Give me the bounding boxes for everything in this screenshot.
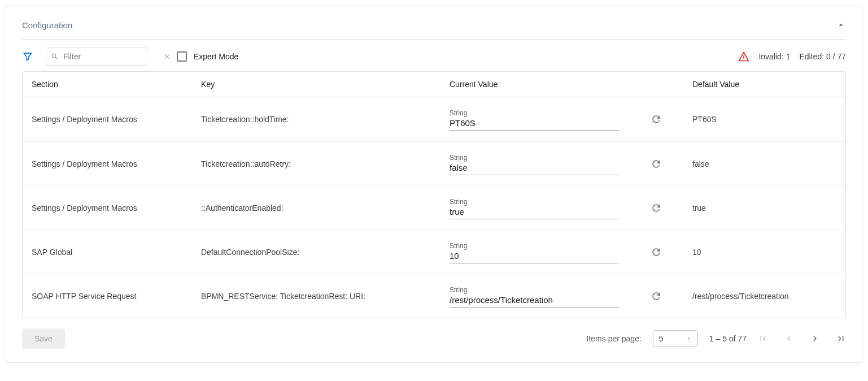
card-header: Configuration — [22, 15, 846, 40]
toolbar: Expert Mode Invalid: 1 Edited: 0 / 77 — [22, 40, 846, 71]
config-table: Section Key Current Value Default Value … — [22, 71, 846, 318]
expert-mode-toggle: Expert Mode — [177, 51, 238, 62]
toolbar-left: Expert Mode — [22, 47, 238, 66]
cell-section: Settings / Deployment Macros — [32, 115, 201, 124]
reset-icon[interactable] — [651, 291, 662, 302]
expert-mode-checkbox[interactable] — [177, 51, 187, 62]
table-row: Settings / Deployment MacrosTicketcreati… — [23, 141, 845, 185]
toolbar-right: Invalid: 1 Edited: 0 / 77 — [738, 51, 846, 62]
cell-section: Settings / Deployment Macros — [32, 204, 201, 213]
value-type-label: String — [450, 154, 619, 162]
col-current: Current Value — [450, 80, 692, 89]
items-per-page-select[interactable]: 5 — [653, 330, 698, 347]
filter-icon[interactable] — [22, 51, 33, 62]
cell-key: Ticketcreation::holdTime: — [201, 115, 450, 124]
cell-default-value: /rest/process/Ticketcreation — [692, 292, 836, 301]
value-type-label: String — [450, 242, 619, 250]
value-field: String — [450, 153, 619, 175]
value-field: String — [450, 285, 619, 308]
table-row: Settings / Deployment Macros::Authentica… — [23, 185, 845, 230]
next-page-icon[interactable] — [810, 334, 820, 344]
table-row: Settings / Deployment MacrosTicketcreati… — [23, 97, 845, 141]
expert-mode-label: Expert Mode — [194, 52, 238, 61]
reset-icon[interactable] — [651, 246, 662, 258]
warning-icon — [738, 51, 749, 62]
edited-count: Edited: 0 / 77 — [799, 52, 846, 61]
table-row: SOAP HTTP Service RequestBPMN_RESTServic… — [23, 274, 845, 318]
nav-icons — [758, 334, 846, 344]
items-per-page-value: 5 — [659, 334, 664, 343]
value-field: String — [450, 241, 619, 263]
configuration-card: Configuration Expert Mode — [6, 6, 862, 363]
last-page-icon[interactable] — [836, 334, 846, 344]
value-field: String — [450, 108, 619, 131]
col-key: Key — [201, 80, 450, 89]
collapse-icon[interactable] — [836, 20, 846, 30]
cell-default-value: false — [692, 159, 836, 168]
cell-default-value: PT60S — [692, 115, 836, 124]
value-type-label: String — [450, 109, 619, 117]
col-default: Default Value — [692, 80, 836, 89]
clear-filter-icon[interactable] — [163, 53, 171, 60]
cell-current-value: String — [450, 285, 692, 308]
value-input[interactable] — [450, 250, 619, 262]
cell-current-value: String — [450, 197, 692, 219]
value-type-label: String — [450, 198, 619, 206]
table-body: Settings / Deployment MacrosTicketcreati… — [23, 97, 845, 318]
cell-section: Settings / Deployment Macros — [32, 159, 201, 168]
cell-key: BPMN_RESTService: TicketcreationRest: UR… — [201, 292, 450, 301]
reset-icon[interactable] — [651, 158, 662, 170]
dropdown-icon — [686, 336, 692, 341]
save-button[interactable]: Save — [22, 328, 65, 349]
cell-key: ::AuthenticatorEnabled: — [201, 204, 450, 213]
first-page-icon[interactable] — [758, 334, 768, 344]
footer: Save Items per page: 5 1 – 5 of 77 — [22, 318, 846, 349]
value-field: String — [450, 197, 619, 219]
cell-default-value: 10 — [692, 248, 836, 257]
value-type-label: String — [450, 286, 619, 294]
reset-icon[interactable] — [651, 202, 662, 214]
table-header: Section Key Current Value Default Value — [23, 72, 845, 97]
value-input[interactable] — [450, 294, 619, 306]
cell-key: Ticketcreation::autoRetry: — [201, 159, 450, 168]
pagination: Items per page: 5 1 – 5 of 77 — [587, 330, 846, 347]
cell-default-value: true — [692, 204, 836, 213]
value-input[interactable] — [450, 117, 619, 129]
filter-input[interactable] — [62, 51, 163, 62]
reset-icon[interactable] — [651, 114, 662, 125]
value-input[interactable] — [450, 206, 619, 218]
items-per-page-label: Items per page: — [587, 334, 642, 343]
value-input[interactable] — [450, 162, 619, 174]
cell-current-value: String — [450, 108, 692, 131]
cell-current-value: String — [450, 153, 692, 175]
cell-key: DefaultConnectionPoolSize: — [201, 248, 450, 257]
invalid-count: Invalid: 1 — [758, 52, 790, 61]
filter-input-box — [46, 47, 147, 66]
col-section: Section — [32, 80, 201, 89]
table-row: SAP GlobalDefaultConnectionPoolSize:Stri… — [23, 230, 845, 274]
card-title: Configuration — [22, 20, 72, 30]
prev-page-icon[interactable] — [784, 334, 794, 344]
page-range: 1 – 5 of 77 — [709, 334, 747, 343]
search-icon — [51, 53, 59, 60]
cell-section: SAP Global — [32, 248, 201, 257]
cell-section: SOAP HTTP Service Request — [32, 292, 201, 301]
cell-current-value: String — [450, 241, 692, 263]
